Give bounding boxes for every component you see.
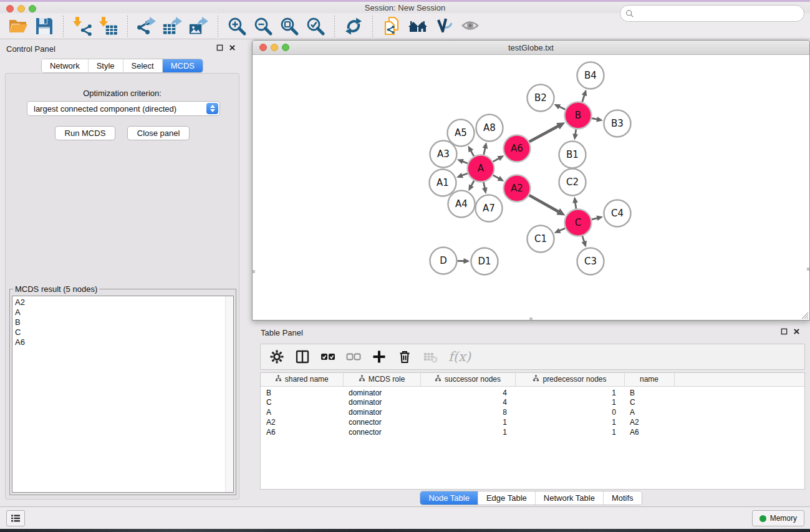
- table-cell[interactable]: 1: [515, 417, 624, 427]
- gear-icon[interactable]: [269, 349, 284, 364]
- graph-edge-C-C4[interactable]: [592, 218, 597, 220]
- column-header-shared-name[interactable]: shared name: [261, 373, 343, 386]
- graph-edge-C-C2[interactable]: [575, 202, 576, 209]
- graph-edge-B-B1[interactable]: [576, 129, 576, 135]
- mcds-result-item[interactable]: B: [15, 317, 233, 327]
- zoom-out-icon[interactable]: [253, 16, 273, 36]
- scrollbar[interactable]: [225, 296, 233, 492]
- export-image-icon[interactable]: [189, 16, 209, 36]
- graph-edge-A-A7[interactable]: [483, 182, 485, 188]
- table-cell[interactable]: connector: [343, 427, 420, 437]
- graph-edge-A-A3[interactable]: [462, 162, 468, 163]
- memory-button[interactable]: Memory: [752, 510, 804, 526]
- table-cell[interactable]: 1: [420, 427, 515, 437]
- table-row[interactable]: A2connector11A2: [261, 417, 804, 427]
- graph-edge-A-A1[interactable]: [461, 173, 468, 176]
- graph-edge-B-B4[interactable]: [582, 95, 585, 102]
- open-file-icon[interactable]: [8, 16, 28, 36]
- table-cell[interactable]: C: [261, 397, 343, 407]
- table-row[interactable]: Cdominator41C: [261, 397, 804, 407]
- table-cell[interactable]: C: [624, 397, 674, 407]
- table-cell[interactable]: dominator: [343, 397, 420, 407]
- table-cell[interactable]: connector: [343, 417, 420, 427]
- column-header-name[interactable]: name: [624, 373, 674, 386]
- tab-mcds[interactable]: MCDS: [162, 59, 203, 72]
- search-box[interactable]: [620, 5, 804, 22]
- table-cell[interactable]: A2: [261, 417, 343, 427]
- run-mcds-button[interactable]: Run MCDS: [55, 126, 116, 140]
- network-window-titlebar[interactable]: testGlobe.txt: [253, 41, 809, 55]
- graph-edge-A-A6[interactable]: [493, 158, 499, 162]
- graph-edge-B-B2[interactable]: [559, 107, 565, 110]
- graph-edge-A6-B[interactable]: [529, 126, 559, 142]
- export-table-icon[interactable]: [163, 16, 183, 36]
- column-header-mcds-role[interactable]: MCDS role: [343, 373, 420, 386]
- mcds-result-item[interactable]: A2: [15, 297, 233, 307]
- table-cell[interactable]: dominator: [343, 407, 420, 417]
- table-cell[interactable]: A6: [624, 427, 674, 437]
- network-graph[interactable]: AA1A2A3A4A5A6A7A8BB1B2B3B4CC1C2C3C4DD1: [253, 55, 809, 320]
- scrollbar[interactable]: [807, 268, 809, 271]
- criterion-dropdown[interactable]: largest connected component (directed): [27, 101, 220, 116]
- tab-motifs[interactable]: Motifs: [603, 491, 642, 505]
- tab-edge-table[interactable]: Edge Table: [478, 491, 535, 505]
- graph-edge-A-A5[interactable]: [471, 150, 474, 156]
- tab-node-table[interactable]: Node Table: [420, 491, 478, 505]
- network-canvas[interactable]: AA1A2A3A4A5A6A7A8BB1B2B3B4CC1C2C3C4DD1: [253, 55, 809, 320]
- column-header-successor-nodes[interactable]: successor nodes: [420, 373, 515, 386]
- deselect-all-icon[interactable]: [346, 349, 361, 364]
- table-cell[interactable]: 0: [515, 407, 624, 417]
- eye-icon[interactable]: [460, 16, 480, 36]
- column-header-predecessor-nodes[interactable]: predecessor nodes: [515, 373, 624, 386]
- zoom-selected-icon[interactable]: [306, 16, 325, 36]
- graph-edge-C-C1[interactable]: [559, 228, 566, 231]
- graph-edge-A-A8[interactable]: [484, 148, 485, 155]
- refresh-icon[interactable]: [344, 16, 364, 36]
- export-network-icon[interactable]: [137, 16, 157, 36]
- tab-style[interactable]: Style: [88, 59, 123, 72]
- table-cell[interactable]: 1: [515, 427, 624, 437]
- table-cell[interactable]: 1: [420, 417, 515, 427]
- mcds-result-item[interactable]: A: [15, 307, 233, 317]
- tab-network[interactable]: Network: [42, 59, 88, 72]
- resize-grip-icon[interactable]: [800, 311, 809, 319]
- mcds-result-item[interactable]: A6: [15, 337, 233, 347]
- table-cell[interactable]: A2: [624, 417, 674, 427]
- table-cell[interactable]: A6: [261, 427, 343, 437]
- scrollbar[interactable]: [253, 270, 255, 273]
- zoom-fit-icon[interactable]: [279, 16, 299, 36]
- network-file-icon[interactable]: [382, 16, 402, 36]
- columns-icon[interactable]: [295, 349, 310, 364]
- close-panel-icon[interactable]: [229, 44, 236, 51]
- tab-select[interactable]: Select: [123, 59, 162, 72]
- zoom-in-icon[interactable]: [227, 16, 247, 36]
- graph-edge-A-A2[interactable]: [493, 175, 499, 178]
- mcds-result-item[interactable]: C: [15, 327, 233, 337]
- ui-mode-button[interactable]: [6, 510, 25, 526]
- table-cell[interactable]: dominator: [343, 386, 420, 397]
- graph-edge-C-C3[interactable]: [582, 236, 584, 242]
- scrollbar[interactable]: [529, 317, 533, 320]
- table-cell[interactable]: B: [624, 386, 674, 397]
- select-all-icon[interactable]: [321, 349, 335, 364]
- add-icon[interactable]: [372, 349, 387, 364]
- table-cell[interactable]: 1: [515, 397, 624, 407]
- search-input[interactable]: [634, 9, 799, 18]
- table-row[interactable]: Bdominator41B: [261, 386, 804, 397]
- delete-icon[interactable]: [397, 349, 412, 364]
- table-row[interactable]: A6connector11A6: [261, 427, 804, 437]
- table-cell[interactable]: B: [261, 386, 343, 397]
- table-cell[interactable]: A: [624, 407, 674, 417]
- table-cell[interactable]: 4: [420, 386, 515, 397]
- float-panel-icon[interactable]: [216, 44, 223, 51]
- save-session-icon[interactable]: [34, 16, 54, 36]
- table-cell[interactable]: A: [261, 407, 343, 417]
- float-panel-icon[interactable]: [781, 328, 788, 335]
- graph-edge-A-A4[interactable]: [471, 181, 475, 186]
- close-panel-button[interactable]: Close panel: [127, 126, 190, 140]
- table-cell[interactable]: 4: [420, 397, 515, 407]
- table-cell[interactable]: 8: [420, 407, 515, 417]
- table-cell[interactable]: 1: [515, 386, 624, 397]
- import-network-icon[interactable]: [72, 16, 92, 36]
- import-table-icon[interactable]: [99, 16, 118, 36]
